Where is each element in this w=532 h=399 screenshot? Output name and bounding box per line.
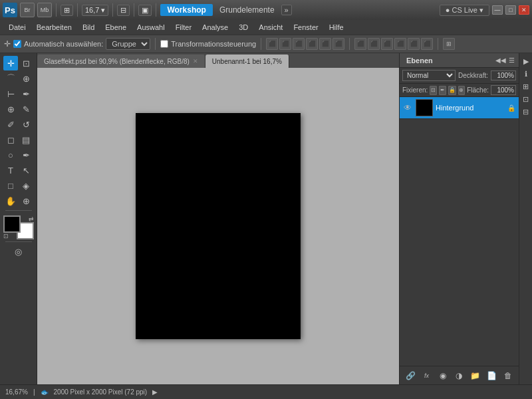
menu-filter[interactable]: Filter — [171, 22, 196, 33]
sep2 — [77, 3, 78, 17]
zoom-tool[interactable]: ⊕ — [19, 194, 33, 208]
quick-select-tool[interactable]: ⊕ — [19, 71, 33, 86]
pen-tool[interactable]: ✒ — [19, 148, 33, 162]
tab-unbenannt[interactable]: Unbenannt-1 bei 16,7% — [205, 55, 289, 68]
close-button[interactable]: ✕ — [519, 5, 529, 15]
history-brush[interactable]: ↺ — [19, 117, 33, 132]
new-layer-button[interactable]: 📄 — [485, 369, 498, 382]
color-panel-button[interactable]: ⊡ — [521, 94, 531, 104]
distribute-icons: ⬛ ⬛ ⬛ ⬛ ⬛ ⬛ — [354, 38, 433, 50]
layer-fx-button[interactable]: fx — [420, 369, 434, 382]
align-bottom-icon[interactable]: ⬛ — [332, 38, 344, 50]
lasso-tool[interactable]: ⌒ — [3, 71, 18, 86]
menu-ansicht[interactable]: Ansicht — [254, 22, 287, 33]
new-group-button[interactable]: 📁 — [469, 369, 482, 382]
align-left-icon[interactable]: ⬛ — [266, 38, 278, 50]
layers-panel-title[interactable]: Ebenen — [402, 57, 437, 65]
eraser-tools: ◻ ▤ — [3, 132, 33, 147]
dist-top-icon[interactable]: ⬛ — [394, 38, 406, 50]
status-arrow[interactable]: ▶ — [152, 388, 158, 396]
dist-center-v-icon[interactable]: ⬛ — [368, 38, 380, 50]
foreground-color-box[interactable] — [3, 215, 21, 233]
select-tool[interactable]: ⊡ — [19, 56, 33, 70]
brush-tool[interactable]: ✎ — [19, 102, 33, 116]
crop-tool[interactable]: ⊢ — [3, 86, 18, 101]
lock-pixels-button[interactable]: ⊡ — [430, 86, 437, 95]
transform-checkbox[interactable] — [160, 40, 168, 48]
move-tool[interactable]: ✛ — [3, 56, 18, 70]
document-canvas — [136, 113, 301, 339]
link-layers-button[interactable]: 🔗 — [404, 369, 417, 382]
maximize-button[interactable]: □ — [505, 5, 516, 15]
br-badge[interactable]: Br — [20, 3, 35, 17]
auto-select-dropdown[interactable]: Gruppe — [106, 38, 150, 50]
grundelemente-label[interactable]: Grundelemente — [215, 4, 279, 16]
canvas-content[interactable] — [37, 68, 399, 384]
lock-extra-button[interactable]: ⊕ — [458, 86, 466, 95]
lock-all-button[interactable]: 🔒 — [448, 86, 456, 95]
panel-collapse-button[interactable]: ◀◀ — [496, 56, 505, 65]
dist-right-icon[interactable]: ⬛ — [381, 38, 393, 50]
menu-bearbeiten[interactable]: Bearbeiten — [32, 22, 76, 33]
menu-ebene[interactable]: Ebene — [100, 22, 131, 33]
delete-layer-button[interactable]: 🗑 — [501, 369, 515, 382]
menu-fenster[interactable]: Fenster — [289, 22, 323, 33]
auto-select-checkbox[interactable] — [13, 40, 21, 48]
gradient-tool[interactable]: ▤ — [19, 132, 33, 147]
opacity-input[interactable] — [491, 70, 516, 80]
tab-glaseffekt[interactable]: Glaseffekt.psd bei 90,9% (Blendenflecke,… — [37, 55, 205, 68]
screen-dropdown[interactable]: ▣ — [138, 5, 152, 16]
mb-badge[interactable]: Mb — [37, 3, 52, 17]
tab-glaseffekt-close[interactable]: ✕ — [193, 58, 198, 65]
panel-menu-button[interactable]: ☰ — [507, 56, 516, 65]
swap-colors-icon[interactable]: ⇄ — [29, 215, 34, 222]
eraser-tool[interactable]: ◻ — [3, 132, 18, 147]
menu-bild[interactable]: Bild — [78, 22, 99, 33]
dodge-tool[interactable]: ○ — [3, 148, 18, 162]
minimize-button[interactable]: — — [492, 5, 503, 15]
eyedropper-tool[interactable]: ✒ — [19, 86, 33, 101]
fill-input[interactable] — [491, 85, 516, 95]
auto-align-icon[interactable]: ⊞ — [443, 38, 455, 50]
dist-center-h-icon[interactable]: ⬛ — [408, 38, 420, 50]
align-top-icon[interactable]: ⬛ — [306, 38, 318, 50]
collapse-right-button[interactable]: ▶ — [521, 56, 531, 66]
layer-visibility-toggle[interactable]: 👁 — [402, 102, 413, 113]
type-tools: T ↖ — [3, 163, 33, 178]
align-center-h-icon[interactable]: ⬛ — [319, 38, 331, 50]
align-right-icon[interactable]: ⬛ — [293, 38, 305, 50]
menu-3d[interactable]: 3D — [234, 22, 253, 33]
histogram-button[interactable]: ⊞ — [521, 81, 531, 92]
view-dropdown[interactable]: ⊟ — [117, 5, 130, 16]
swatches-button[interactable]: ⊟ — [521, 106, 531, 117]
workshop-button[interactable]: Workshop — [160, 4, 212, 16]
more-workspaces-button[interactable]: » — [281, 5, 292, 15]
blend-mode-select[interactable]: Normal — [402, 70, 456, 81]
path-select-tool[interactable]: ↖ — [19, 163, 33, 178]
image-mode-dropdown[interactable]: ⊞ — [61, 5, 73, 16]
menu-datei[interactable]: Datei — [4, 22, 31, 33]
menu-hilfe[interactable]: Hilfe — [325, 22, 348, 33]
shape-tool[interactable]: □ — [3, 178, 18, 193]
3d-tool[interactable]: ◈ — [19, 178, 33, 193]
cs-live-button[interactable]: ● CS Live ▾ — [440, 5, 489, 16]
heal-tool[interactable]: ⊕ — [3, 102, 18, 116]
hand-tool[interactable]: ✋ — [3, 194, 18, 208]
zoom-dropdown[interactable]: 16,7 ▾ — [82, 5, 108, 16]
menu-auswahl[interactable]: Auswahl — [132, 22, 170, 33]
menu-analyse[interactable]: Analyse — [198, 22, 233, 33]
dist-bottom-icon[interactable]: ⬛ — [421, 38, 433, 50]
type-tool[interactable]: T — [3, 163, 18, 178]
add-mask-button[interactable]: ◉ — [436, 369, 450, 382]
lock-position-button[interactable]: ✒ — [439, 86, 446, 95]
align-center-v-icon[interactable]: ⬛ — [279, 38, 291, 50]
quickmask-tool[interactable]: ◎ — [3, 244, 34, 259]
reset-colors-icon[interactable]: ⊡ — [3, 233, 9, 239]
clone-tool[interactable]: ✐ — [3, 117, 18, 132]
heal-tools: ⊕ ✎ — [3, 102, 33, 116]
adjustment-layer-button[interactable]: ◑ — [452, 369, 466, 382]
info-panel-button[interactable]: ℹ — [521, 68, 531, 79]
color-boxes[interactable]: ⇄ ⊡ — [3, 215, 34, 239]
layer-row-hintergrund[interactable]: 👁 Hintergrund 🔒 — [400, 97, 519, 119]
dist-left-icon[interactable]: ⬛ — [354, 38, 366, 50]
